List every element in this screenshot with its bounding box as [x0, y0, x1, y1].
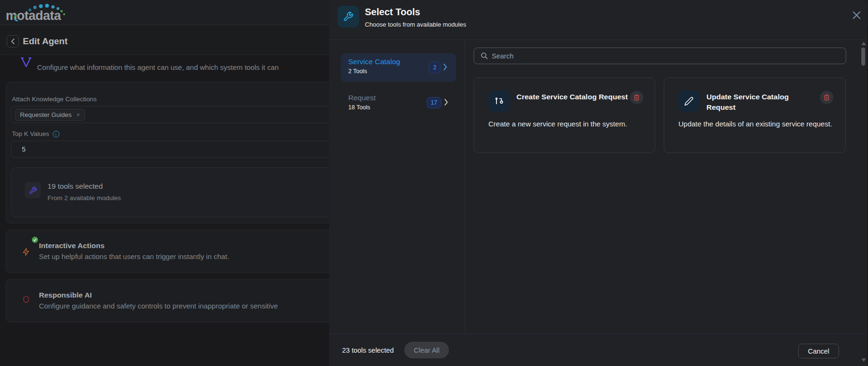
- tool-card-create-service-catalog-request[interactable]: Create Service Catalog Request Create a …: [474, 77, 655, 153]
- collection-chip[interactable]: Requester Guides ×: [15, 109, 85, 121]
- logo-dot: [39, 4, 43, 8]
- agent-icon: [21, 57, 31, 69]
- page-header: Edit Agent: [0, 25, 329, 55]
- interactive-actions-title: Interactive Actions: [39, 241, 105, 250]
- motadata-logo: motadata: [6, 2, 77, 24]
- info-icon[interactable]: i: [53, 131, 59, 137]
- module-tool-count: 18 Tools: [348, 104, 370, 111]
- tools-selected-count: 19 tools selected: [48, 182, 103, 191]
- chevron-right-icon: [443, 64, 447, 70]
- module-item-service-catalog[interactable]: Service Catalog 2 Tools 2: [341, 53, 456, 82]
- shield-icon: [22, 294, 30, 305]
- enabled-check-icon: [32, 237, 38, 243]
- topk-label-row: Top K Values i: [12, 130, 59, 137]
- trash-icon: [633, 94, 640, 101]
- close-button[interactable]: [850, 9, 863, 22]
- page-title: Edit Agent: [23, 36, 67, 47]
- interactive-actions-desc: Set up helpful actions that users can tr…: [39, 252, 229, 260]
- module-item-request[interactable]: Request 18 Tools 17: [341, 92, 456, 118]
- wrench-icon-purple: [25, 182, 41, 198]
- modal-footer: 23 tools selected Clear All Cancel: [329, 334, 867, 366]
- chevron-right-icon: [444, 99, 448, 106]
- logo-dot: [45, 4, 49, 8]
- topk-label: Top K Values: [12, 130, 49, 137]
- module-name: Request: [348, 94, 376, 102]
- attach-knowledge-label: Attach Knowledge Collections: [12, 96, 97, 103]
- selected-count-badge: 17: [427, 97, 441, 108]
- module-list: Service Catalog 2 Tools 2 Request 18 Too…: [329, 40, 465, 334]
- wrench-icon-blue: [337, 6, 359, 28]
- delete-tool-button[interactable]: [820, 91, 833, 104]
- close-icon: [852, 10, 861, 20]
- search-input[interactable]: [492, 52, 824, 60]
- scroll-down-arrow[interactable]: [861, 358, 866, 362]
- clear-all-button[interactable]: Clear All: [404, 342, 449, 358]
- delete-tool-button[interactable]: [630, 91, 643, 104]
- responsible-ai-desc: Configure guidance and safety controls t…: [39, 302, 278, 310]
- selected-count-badge: 2: [429, 62, 440, 73]
- tool-card-update-service-catalog-request[interactable]: Update Service Catalog Request Update th…: [664, 77, 846, 153]
- selected-tools-count: 23 tools selected: [342, 347, 394, 354]
- tool-description: Create a new service request in the syst…: [488, 118, 645, 130]
- tool-title: Update Service Catalog Request: [706, 92, 818, 113]
- modal-subtitle: Choose tools from available modules: [365, 21, 466, 28]
- pencil-icon: [678, 91, 699, 112]
- lightning-icon: [22, 246, 30, 258]
- trash-icon: [823, 94, 830, 101]
- select-tools-modal: Select Tools Choose tools from available…: [329, 0, 867, 366]
- search-bar[interactable]: [474, 48, 846, 64]
- back-button[interactable]: [7, 35, 19, 48]
- logo-dot: [63, 13, 65, 15]
- module-name: Service Catalog: [348, 58, 400, 66]
- module-tool-count: 2 Tools: [348, 68, 367, 75]
- tool-title: Create Service Catalog Request: [516, 92, 628, 102]
- chip-remove-icon[interactable]: ×: [76, 111, 80, 118]
- git-branch-icon: [488, 91, 509, 112]
- tools-panel: Create Service Catalog Request Create a …: [466, 40, 867, 334]
- collection-chip-label: Requester Guides: [20, 111, 72, 118]
- tools-selected-modules: From 2 available modules: [48, 194, 121, 202]
- vertical-scrollbar[interactable]: [860, 40, 866, 366]
- scrollbar-thumb[interactable]: [861, 48, 865, 66]
- cancel-button[interactable]: Cancel: [798, 344, 839, 358]
- modal-title: Select Tools: [365, 7, 420, 18]
- chevron-left-icon: [11, 39, 15, 44]
- tool-description: Update the details of an existing servic…: [678, 118, 835, 130]
- responsible-ai-title: Responsible AI: [39, 291, 92, 299]
- search-icon: [481, 52, 488, 59]
- config-hint-row: Configure what information this agent ca…: [0, 55, 329, 82]
- config-hint-text: Configure what information this agent ca…: [37, 63, 279, 71]
- logo-dot: [51, 5, 55, 9]
- scroll-up-arrow[interactable]: [861, 42, 866, 45]
